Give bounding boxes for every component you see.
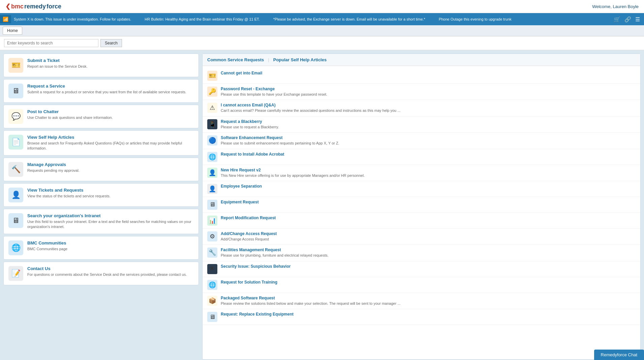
service-icon-report-modification: 📊 [207, 216, 217, 226]
service-icon-replace-equipment: 🖥 [207, 312, 217, 322]
left-item-search-intranet[interactable]: 🖥 Search your organization's Intranet Us… [3, 209, 199, 234]
ticker-msg-3: *Please be advised, the Exchange server … [273, 17, 425, 21]
left-item-desc-manage-approvals: Requests pending my approval. [27, 168, 80, 173]
left-item-icon-view-self-help: 📄 [8, 135, 23, 150]
service-item-cannot-access-email[interactable]: ⚠ I cannot access Email (Q&A) Can't acce… [203, 100, 640, 116]
service-icon-cannot-access-email: ⚠ [207, 103, 217, 113]
ticker-icon: 📶 [0, 15, 11, 23]
service-icon-add-change-access: ⚙ [207, 231, 217, 241]
search-button[interactable]: Search [100, 39, 122, 47]
service-icon-request-acrobat: 🌐 [207, 152, 217, 162]
service-item-request-blackberry[interactable]: 📱 Request a Blackberry Please use to req… [203, 117, 640, 133]
service-title-software-enhancement: Software Enhancement Request [221, 135, 339, 140]
logo-chevron: ❮ [5, 3, 10, 10]
left-item-view-tickets[interactable]: 👤 View Tickets and Requests View the sta… [3, 183, 199, 207]
panel-tab-separator: | [268, 57, 269, 62]
left-item-title-search-intranet: Search your organization's Intranet [27, 213, 194, 218]
left-item-request-service[interactable]: 🖥 Request a Service Submit a request for… [3, 79, 199, 103]
service-title-security-issue: Security Issue: Suspicious Behavior [221, 264, 290, 269]
left-item-bmc-communities[interactable]: 🌐 BMC Communities BMC Communities page [3, 236, 199, 260]
service-desc-password-reset: Please use this template to have your Ex… [221, 92, 327, 97]
menu-icon[interactable]: ☰ [635, 16, 640, 23]
service-item-employee-separation[interactable]: 👤 Employee Separation [203, 181, 640, 197]
logo-area: ❮ bmc remedy force [5, 3, 61, 10]
left-item-desc-request-service: Submit a request for a product or servic… [27, 90, 186, 95]
service-title-facilities-management: Facilities Management Request [221, 248, 329, 252]
panel-tab-popular-self-help[interactable]: Popular Self Help Articles [273, 57, 327, 62]
left-item-title-manage-approvals: Manage Approvals [27, 162, 80, 167]
left-item-desc-contact-us: For questions or comments about the Serv… [27, 272, 187, 277]
left-item-submit-ticket[interactable]: 🎫 Submit a Ticket Report an issue to the… [3, 54, 199, 77]
left-item-title-submit-ticket: Submit a Ticket [27, 58, 88, 63]
service-item-request-acrobat[interactable]: 🌐 Request to Install Adobe Acrobat [203, 149, 640, 165]
service-item-add-change-access[interactable]: ⚙ Add/Change Access Request Add/Change A… [203, 229, 640, 245]
panel-tab-common-service[interactable]: Common Service Requests [207, 57, 264, 62]
logo-force: force [47, 3, 61, 10]
link-icon[interactable]: 🔗 [624, 16, 631, 23]
left-item-desc-search-intranet: Use this field to search your intranet. … [27, 219, 194, 230]
service-title-request-blackberry: Request a Blackberry [221, 119, 279, 124]
left-item-icon-contact-us: 📝 [8, 266, 23, 281]
logo-bmc: bmc [11, 3, 24, 10]
nav-bar: Home [0, 25, 644, 36]
service-icon-packaged-software: 📦 [207, 296, 217, 306]
left-panel: 🎫 Submit a Ticket Report an issue to the… [3, 54, 199, 360]
service-item-packaged-software[interactable]: 📦 Packaged Software Request Please revie… [203, 293, 640, 309]
left-item-desc-bmc-communities: BMC Communities page [27, 247, 67, 252]
service-title-request-acrobat: Request to Install Adobe Acrobat [221, 152, 284, 157]
left-item-icon-bmc-communities: 🌐 [8, 240, 23, 255]
service-title-replace-equipment: Request: Replace Existing Equipment [221, 312, 294, 317]
cart-icon[interactable]: 🛒 [614, 16, 620, 23]
left-item-icon-search-intranet: 🖥 [8, 213, 23, 228]
ticker-msg-1: System X is down. This issue is under in… [14, 17, 131, 21]
service-icon-password-reset: 🔑 [207, 87, 217, 97]
service-desc-add-change-access: Add/Change Access Request [221, 237, 277, 242]
welcome-text: Welcome, Lauren Boyle [592, 4, 639, 9]
left-item-icon-post-to-chatter: 💬 [8, 109, 23, 124]
service-item-cannot-get-email[interactable]: 🎫 Cannot get into Email [203, 68, 640, 84]
left-item-icon-view-tickets: 👤 [8, 188, 23, 202]
left-item-title-request-service: Request a Service [27, 84, 186, 89]
search-input[interactable] [4, 39, 98, 47]
service-icon-cannot-get-email: 🎫 [207, 71, 217, 81]
service-item-software-enhancement[interactable]: 🔵 Software Enhancement Request Please us… [203, 133, 640, 149]
service-item-equipment-request[interactable]: 🖥 Equipment Request [203, 197, 640, 213]
left-item-title-post-to-chatter: Post to Chatter [27, 109, 113, 114]
left-item-manage-approvals[interactable]: 🔨 Manage Approvals Requests pending my a… [3, 158, 199, 181]
service-desc-new-hire-request: This New Hire service offering is for us… [221, 173, 365, 178]
left-item-desc-post-to-chatter: Use Chatter to ask questions and share i… [27, 115, 113, 120]
service-item-solution-training[interactable]: 🌐 Request for Solution Training [203, 277, 640, 293]
left-item-title-contact-us: Contact Us [27, 266, 187, 271]
chat-button[interactable]: Remedyforce Chat [594, 350, 644, 360]
left-item-desc-submit-ticket: Report an issue to the Service Desk. [27, 64, 88, 69]
left-item-title-view-tickets: View Tickets and Requests [27, 188, 111, 193]
service-item-replace-equipment[interactable]: 🖥 Request: Replace Existing Equipment [203, 309, 640, 325]
ticker-msg-4: Phone Outage this evening to upgrade tru… [439, 17, 512, 21]
service-icon-solution-training: 🌐 [207, 280, 217, 290]
service-icon-facilities-management: 🔧 [207, 248, 217, 258]
service-icon-security-issue: 👁 [207, 264, 217, 274]
service-item-facilities-management[interactable]: 🔧 Facilities Management Request Please u… [203, 245, 640, 261]
left-item-icon-submit-ticket: 🎫 [8, 58, 23, 73]
service-title-cannot-access-email: I cannot access Email (Q&A) [221, 103, 400, 107]
main-content: 🎫 Submit a Ticket Report an issue to the… [0, 50, 644, 360]
left-item-view-self-help[interactable]: 📄 View Self Help Articles Browse and sea… [3, 130, 199, 156]
service-item-new-hire-request[interactable]: 👤 New Hire Request v2 This New Hire serv… [203, 165, 640, 181]
home-tab[interactable]: Home [3, 27, 22, 35]
service-item-security-issue[interactable]: 👁 Security Issue: Suspicious Behavior [203, 261, 640, 277]
service-title-solution-training: Request for Solution Training [221, 280, 277, 285]
service-item-password-reset[interactable]: 🔑 Password Reset - Exchange Please use t… [203, 84, 640, 100]
service-title-packaged-software: Packaged Software Request [221, 296, 401, 300]
service-icon-request-blackberry: 📱 [207, 119, 217, 129]
service-icon-equipment-request: 🖥 [207, 200, 217, 210]
service-desc-cannot-access-email: Can't access email? Please carefully rev… [221, 108, 400, 113]
service-title-report-modification: Report Modification Request [221, 216, 276, 220]
right-panel-header: Common Service Requests | Popular Self H… [203, 54, 640, 66]
service-desc-software-enhancement: Please use to submit enhancement request… [221, 141, 339, 146]
service-item-report-modification[interactable]: 📊 Report Modification Request [203, 213, 640, 229]
service-icon-employee-separation: 👤 [207, 184, 217, 194]
service-title-cannot-get-email: Cannot get into Email [221, 71, 262, 75]
left-item-post-to-chatter[interactable]: 💬 Post to Chatter Use Chatter to ask que… [3, 105, 199, 128]
left-item-title-bmc-communities: BMC Communities [27, 240, 67, 246]
left-item-contact-us[interactable]: 📝 Contact Us For questions or comments a… [3, 262, 199, 285]
